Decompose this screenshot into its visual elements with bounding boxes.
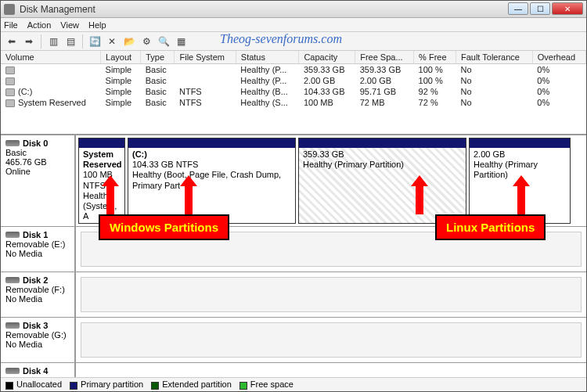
- column-header[interactable]: Volume: [1, 51, 101, 64]
- disk-name: Disk 2: [23, 275, 48, 285]
- disk-status: No Media: [5, 294, 70, 304]
- partition-size: 100 MB NTFS: [83, 170, 121, 190]
- menubar: File Action View Help: [1, 18, 586, 32]
- menu-view[interactable]: View: [60, 20, 79, 30]
- explore-button[interactable]: 📂: [121, 34, 137, 49]
- no-media-region[interactable]: [81, 232, 582, 267]
- table-cell: Healthy (P...: [236, 75, 299, 86]
- table-cell: No: [456, 86, 532, 97]
- partition-status: Healthy (Primary Partition): [474, 160, 566, 180]
- no-media-region[interactable]: [81, 277, 582, 312]
- partition-size: 2.00 GB: [474, 149, 566, 160]
- extra2-button[interactable]: ▦: [173, 34, 189, 49]
- disk-header[interactable]: Disk 0Basic465.76 GBOnline: [1, 135, 76, 226]
- partition[interactable]: 359.33 GBHealthy (Primary Partition): [298, 138, 466, 224]
- partition-area: [76, 272, 586, 317]
- column-header[interactable]: % Free: [414, 51, 456, 64]
- table-cell: NTFS: [175, 97, 236, 108]
- show-hide-tree-button[interactable]: ▥: [45, 34, 61, 49]
- legend: Unallocated Primary partition Extended p…: [1, 377, 586, 391]
- settings-button[interactable]: ⚙: [139, 34, 154, 49]
- minimize-button[interactable]: ―: [508, 2, 528, 15]
- table-row[interactable]: SimpleBasicHealthy (P...359.33 GB359.33 …: [1, 64, 586, 76]
- table-cell: 72 MB: [355, 97, 414, 108]
- refresh-button[interactable]: 🔄: [87, 34, 103, 49]
- back-button[interactable]: ⬅: [4, 34, 20, 49]
- table-cell: System Reserved: [1, 97, 101, 108]
- partition-area: [76, 363, 586, 377]
- partition-status: Healthy (Primary Partition): [303, 160, 462, 170]
- disk-name: Disk 1: [23, 230, 48, 239]
- disk-header[interactable]: Disk 3Removable (G:)No Media: [1, 318, 76, 362]
- forward-button[interactable]: ➡: [21, 34, 37, 49]
- legend-unallocated: Unallocated: [5, 379, 62, 389]
- properties-button[interactable]: ▤: [63, 34, 78, 49]
- disk-type: Removable (G:): [5, 330, 70, 340]
- delete-button[interactable]: ✕: [104, 34, 120, 49]
- table-cell: Basic: [141, 64, 175, 76]
- table-cell: No: [456, 97, 532, 108]
- column-header[interactable]: Free Spa...: [355, 51, 414, 64]
- partition[interactable]: 2.00 GBHealthy (Primary Partition): [469, 138, 571, 224]
- maximize-button[interactable]: ☐: [530, 2, 550, 15]
- table-cell: Basic: [141, 75, 175, 86]
- column-header[interactable]: Type: [141, 51, 175, 64]
- menu-action[interactable]: Action: [27, 20, 52, 30]
- column-header[interactable]: Overhead: [532, 51, 585, 64]
- table-cell: Basic: [141, 97, 175, 108]
- partition[interactable]: (C:)104.33 GB NTFSHealthy (Boot, Page Fi…: [128, 138, 296, 224]
- table-cell: 359.33 GB: [299, 64, 355, 76]
- table-cell: 0%: [532, 75, 585, 86]
- table-cell: 92 %: [414, 86, 456, 97]
- partition-area: [76, 318, 586, 362]
- graphical-view[interactable]: Disk 0Basic465.76 GBOnlineSystem Reserve…: [1, 135, 586, 377]
- table-cell: [1, 64, 101, 76]
- partition-color-bar: [128, 138, 295, 148]
- table-row[interactable]: (C:)SimpleBasicNTFSHealthy (B...104.33 G…: [1, 86, 586, 97]
- column-header[interactable]: Fault Tolerance: [456, 51, 532, 64]
- table-cell: 100 MB: [299, 97, 355, 108]
- disk-status: No Media: [5, 340, 70, 349]
- table-cell: 100 %: [414, 64, 456, 76]
- column-header[interactable]: File System: [175, 51, 236, 64]
- disk-row: Disk 1Removable (E:)No Media: [1, 227, 586, 272]
- table-cell: Healthy (P...: [236, 64, 299, 76]
- titlebar: Disk Management ― ☐ ✕: [1, 1, 586, 18]
- content-area: VolumeLayoutTypeFile SystemStatusCapacit…: [1, 51, 586, 377]
- disk-size: 465.76 GB: [5, 157, 70, 167]
- disk-status: No Media: [5, 249, 70, 258]
- disk-header[interactable]: Disk 1Removable (E:)No Media: [1, 227, 76, 272]
- disk-icon: [5, 140, 20, 146]
- volume-icon: [5, 77, 15, 85]
- partition[interactable]: System Reserved100 MB NTFSHealthy (Syste…: [78, 138, 125, 224]
- table-cell: 359.33 GB: [355, 64, 414, 76]
- table-cell: 2.00 GB: [299, 75, 355, 86]
- table-row[interactable]: SimpleBasicHealthy (P...2.00 GB2.00 GB10…: [1, 75, 586, 86]
- table-cell: 72 %: [414, 97, 456, 108]
- menu-help[interactable]: Help: [88, 20, 106, 30]
- disk-header[interactable]: Disk 2Removable (F:)No Media: [1, 272, 76, 317]
- column-header[interactable]: Layout: [101, 51, 141, 64]
- legend-extended: Extended partition: [151, 379, 232, 389]
- no-media-region[interactable]: [81, 322, 582, 358]
- disk-name: Disk 0: [23, 138, 48, 148]
- table-cell: Simple: [101, 64, 141, 76]
- window-controls: ― ☐ ✕: [508, 2, 583, 15]
- partition-name: System Reserved: [83, 149, 121, 170]
- column-header[interactable]: Status: [236, 51, 299, 64]
- menu-file[interactable]: File: [4, 20, 18, 30]
- disk-header[interactable]: Disk 4Removable (H:): [1, 363, 76, 377]
- partition-name: (C:): [132, 149, 291, 160]
- column-header[interactable]: Capacity: [299, 51, 355, 64]
- table-cell: 95.71 GB: [355, 86, 414, 97]
- disk-name: Disk 3: [23, 321, 48, 330]
- table-cell: [1, 75, 101, 86]
- close-button[interactable]: ✕: [552, 2, 583, 15]
- table-cell: [175, 64, 236, 76]
- extra1-button[interactable]: 🔍: [156, 34, 171, 49]
- partition-color-bar: [299, 138, 466, 148]
- toolbar: ⬅ ➡ ▥ ▤ 🔄 ✕ 📂 ⚙ 🔍 ▦ Theog-sevenforums.co…: [1, 32, 586, 51]
- table-cell: Basic: [141, 86, 175, 97]
- volume-list[interactable]: VolumeLayoutTypeFile SystemStatusCapacit…: [1, 51, 586, 135]
- table-row[interactable]: System ReservedSimpleBasicNTFSHealthy (S…: [1, 97, 586, 108]
